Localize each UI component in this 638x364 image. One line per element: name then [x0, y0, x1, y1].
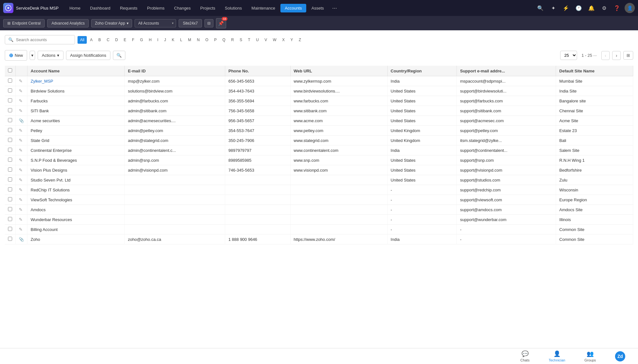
alpha-p[interactable]: P — [211, 36, 219, 44]
magic-icon[interactable]: ✦ — [548, 3, 558, 13]
zoho-creator-dropdown[interactable]: Zoho Creator App ▾ — [91, 19, 132, 27]
alpha-y[interactable]: Y — [288, 36, 296, 44]
row-checkbox[interactable] — [8, 197, 12, 201]
row-checkbox[interactable] — [8, 177, 12, 182]
row-checkbox[interactable] — [8, 187, 12, 191]
edit-icon[interactable]: ✎ — [19, 108, 23, 113]
search-input[interactable] — [16, 37, 67, 42]
alpha-u[interactable]: U — [254, 36, 262, 44]
nav-more[interactable]: ··· — [329, 3, 340, 13]
advanced-analytics-button[interactable]: Advanced Analytics — [47, 19, 89, 27]
all-accounts-select[interactable]: All Accounts — [135, 19, 176, 27]
search-box[interactable]: 🔍 — [5, 35, 75, 44]
notification-button[interactable]: 📌 44 — [216, 18, 226, 28]
endpoint-central-button[interactable]: ⊞ Endpoint Central — [3, 19, 45, 27]
alpha-b[interactable]: B — [96, 36, 103, 44]
row-checkbox[interactable] — [8, 128, 12, 132]
lightning-icon[interactable]: ⚡ — [561, 3, 571, 13]
settings-icon[interactable]: ⚙ — [599, 3, 609, 13]
alpha-i[interactable]: I — [155, 36, 161, 44]
user-avatar[interactable]: 👤 — [625, 3, 635, 13]
edit-icon[interactable]: ✎ — [19, 207, 23, 212]
row-checkbox[interactable] — [8, 158, 12, 162]
edit-icon[interactable]: ✎ — [19, 217, 23, 222]
row-checkbox[interactable] — [8, 88, 12, 93]
bottom-groups[interactable]: 👥 Groups — [584, 350, 596, 362]
alpha-a[interactable]: A — [87, 36, 95, 44]
alpha-n[interactable]: N — [194, 36, 202, 44]
edit-icon[interactable]: ✎ — [19, 138, 23, 143]
row-checkbox[interactable] — [8, 98, 12, 102]
row-checkbox[interactable] — [8, 217, 12, 221]
alpha-all[interactable]: All — [78, 36, 87, 44]
bell-icon[interactable]: 🔔 — [586, 3, 597, 13]
edit-icon[interactable]: ✎ — [19, 158, 23, 163]
alpha-d[interactable]: D — [113, 36, 121, 44]
nav-accounts[interactable]: Accounts — [280, 4, 306, 12]
site-badge[interactable]: Site24x7 — [179, 19, 202, 27]
edit-icon[interactable]: ✎ — [19, 78, 23, 84]
edit-icon[interactable]: ✎ — [19, 177, 23, 182]
alpha-v[interactable]: V — [262, 36, 270, 44]
row-checkbox[interactable] — [8, 227, 12, 231]
nav-solutions[interactable]: Solutions — [220, 4, 246, 12]
bottom-technician[interactable]: 👤 Technician — [549, 350, 565, 362]
alpha-z[interactable]: Z — [296, 36, 304, 44]
alpha-q[interactable]: Q — [220, 36, 228, 44]
edit-icon[interactable]: ✎ — [19, 187, 23, 192]
assign-notifications-button[interactable]: Assign Notifications — [66, 51, 110, 60]
new-button[interactable]: ⊕ New — [5, 50, 27, 61]
alpha-t[interactable]: T — [245, 36, 253, 44]
next-page-button[interactable]: › — [612, 51, 621, 60]
zd-button[interactable]: Zd — [615, 351, 625, 361]
row-checkbox[interactable] — [8, 237, 12, 241]
alpha-g[interactable]: G — [137, 36, 145, 44]
new-dropdown-button[interactable]: ▾ — [30, 51, 35, 60]
search-nav-button[interactable]: 🔍 — [535, 3, 545, 13]
alpha-s[interactable]: S — [237, 36, 245, 44]
row-checkbox[interactable] — [8, 138, 12, 142]
alpha-w[interactable]: W — [270, 36, 279, 44]
help-icon[interactable]: ❓ — [612, 3, 622, 13]
alpha-m[interactable]: M — [185, 36, 194, 44]
filter-search-button[interactable]: 🔍 — [113, 51, 125, 60]
edit-icon[interactable]: ✎ — [19, 128, 23, 133]
columns-button[interactable]: ⊟ — [204, 19, 213, 27]
edit-icon[interactable]: ✎ — [19, 98, 23, 103]
row-checkbox[interactable] — [8, 78, 12, 83]
prev-page-button[interactable]: ‹ — [601, 51, 610, 60]
alpha-c[interactable]: C — [104, 36, 112, 44]
logo[interactable]: ServiceDesk Plus MSP — [3, 3, 59, 13]
nav-assets[interactable]: Assets — [307, 4, 328, 12]
alpha-k[interactable]: K — [169, 36, 177, 44]
edit-icon[interactable]: ✎ — [19, 148, 23, 153]
nav-requests[interactable]: Requests — [115, 4, 142, 12]
edit-icon[interactable]: ✎ — [19, 197, 23, 202]
alpha-o[interactable]: O — [203, 36, 211, 44]
nav-projects[interactable]: Projects — [196, 4, 220, 12]
nav-problems[interactable]: Problems — [143, 4, 169, 12]
bottom-chats[interactable]: 💬 Chats — [520, 350, 530, 362]
row-checkbox[interactable] — [8, 148, 12, 152]
nav-changes[interactable]: Changes — [170, 4, 195, 12]
alpha-l[interactable]: L — [177, 36, 185, 44]
account-name-cell[interactable]: Zylker_MSP — [27, 76, 125, 86]
row-checkbox[interactable] — [8, 118, 12, 122]
grid-view-button[interactable]: ⊞ — [623, 51, 633, 60]
alpha-x[interactable]: X — [280, 36, 287, 44]
row-checkbox[interactable] — [8, 167, 12, 172]
edit-icon[interactable]: ✎ — [19, 227, 23, 232]
nav-maintenance[interactable]: Maintenance — [247, 4, 279, 12]
select-all-checkbox[interactable] — [8, 68, 12, 72]
alpha-j[interactable]: J — [161, 36, 168, 44]
alpha-f[interactable]: F — [130, 36, 137, 44]
history-icon[interactable]: 🕐 — [574, 3, 584, 13]
edit-icon[interactable]: ✎ — [19, 88, 23, 93]
nav-home[interactable]: Home — [65, 4, 85, 12]
alpha-h[interactable]: H — [146, 36, 154, 44]
edit-icon[interactable]: ✎ — [19, 167, 23, 173]
row-checkbox[interactable] — [8, 207, 12, 211]
per-page-select[interactable]: 25 — [560, 51, 577, 60]
row-checkbox[interactable] — [8, 108, 12, 112]
actions-button[interactable]: Actions ▾ — [38, 51, 63, 60]
